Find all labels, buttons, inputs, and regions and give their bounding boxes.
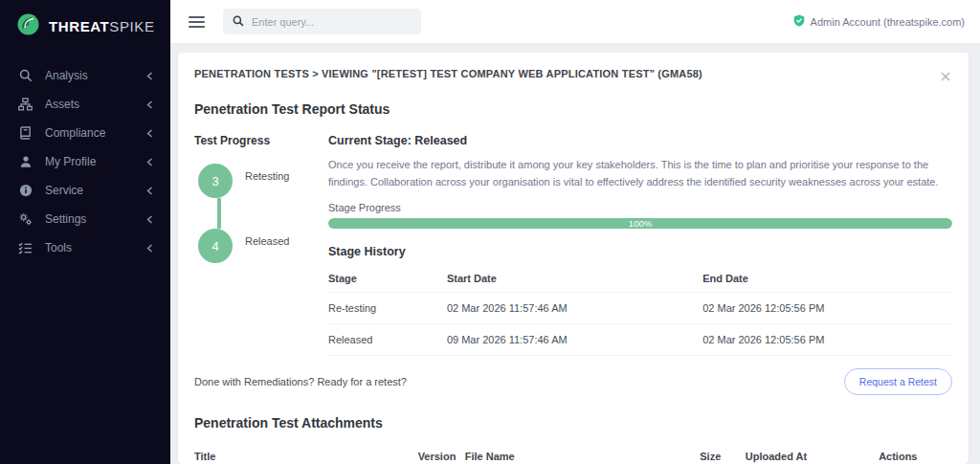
end-date-cell: 02 Mar 2026 12:05:56 PM — [702, 293, 952, 324]
step-circle: 3 — [198, 164, 233, 198]
shield-check-icon — [793, 14, 805, 29]
timeline-connector — [217, 198, 221, 229]
sidebar-item-analysis[interactable]: Analysis — [0, 61, 170, 90]
book-icon — [17, 126, 33, 140]
stage-timeline: 3 Retesting 4 Released — [194, 164, 328, 263]
column-header-actions: Actions — [879, 442, 952, 464]
report-status-card: PENETRATION TESTS > VIEWING "[RETEST] TE… — [178, 53, 969, 464]
chevron-left-icon — [146, 244, 153, 253]
sidebar-item-service[interactable]: Service — [0, 176, 170, 205]
sidebar-item-compliance[interactable]: Compliance — [0, 119, 170, 147]
sidebar-item-assets[interactable]: Assets — [0, 90, 170, 119]
sidebar-item-label: Settings — [45, 212, 86, 226]
current-stage-panel: Current Stage: Released Once you receive… — [328, 134, 952, 356]
search-icon — [17, 69, 33, 82]
chevron-left-icon — [146, 158, 153, 166]
sidebar: THREATSPIKE Analysis Assets Compliance — [0, 0, 170, 464]
chevron-left-icon — [146, 215, 153, 224]
column-header-end-date: End Date — [702, 264, 952, 293]
start-date-cell: 09 Mar 2026 11:57:46 AM — [447, 324, 702, 356]
table-row: Released 09 Mar 2026 11:57:46 AM 02 Mar … — [328, 324, 952, 356]
brand-name: THREATSPIKE — [49, 18, 155, 34]
table-row: Re-testing 02 Mar 2026 11:57:46 AM 02 Ma… — [328, 293, 952, 324]
start-date-cell: 02 Mar 2026 11:57:46 AM — [447, 293, 702, 324]
column-header-stage: Stage — [328, 264, 447, 293]
step-circle: 4 — [198, 229, 233, 263]
brand-logo[interactable]: THREATSPIKE — [0, 0, 170, 52]
step-label: Retesting — [245, 164, 289, 198]
chevron-left-icon — [146, 187, 153, 195]
breadcrumb: PENETRATION TESTS > VIEWING "[RETEST] TE… — [194, 68, 702, 79]
list-check-icon — [17, 242, 33, 254]
sidebar-item-label: Tools — [45, 241, 72, 254]
topbar: Admin Account (threatspike.com) — [170, 0, 980, 43]
retest-question: Done with Remediations? Ready for a rete… — [194, 376, 407, 387]
column-header-uploaded-at: Uploaded At — [746, 442, 879, 464]
stage-progress-label: Stage Progress — [328, 202, 952, 213]
attachments-table: Title Version File Name Size Uploaded At… — [194, 442, 952, 464]
sidebar-item-my-profile[interactable]: My Profile — [0, 147, 170, 176]
sidebar-item-tools[interactable]: Tools — [0, 233, 170, 262]
stage-history-table: Stage Start Date End Date Re-testing 02 … — [328, 264, 952, 356]
column-header-title: Title — [194, 442, 418, 464]
column-header-size: Size — [700, 442, 746, 464]
threatspike-logo-icon — [16, 12, 40, 40]
attachments-title: Penetration Test Attachments — [194, 415, 952, 431]
chevron-left-icon — [146, 72, 153, 80]
page-content: PENETRATION TESTS > VIEWING "[RETEST] TE… — [170, 43, 980, 464]
info-icon — [17, 184, 33, 197]
menu-toggle-icon[interactable] — [187, 12, 207, 32]
account-menu[interactable]: Admin Account (threatspike.com) — [793, 14, 965, 29]
global-search[interactable] — [223, 9, 421, 34]
column-header-file-name: File Name — [465, 442, 701, 464]
stage-history-title: Stage History — [328, 245, 952, 258]
page-title: Penetration Test Report Status — [194, 101, 952, 117]
close-icon[interactable] — [939, 66, 952, 87]
sidebar-item-label: Assets — [45, 98, 79, 111]
chevron-left-icon — [146, 129, 153, 138]
end-date-cell: 02 Mar 2026 12:05:56 PM — [702, 324, 952, 356]
stage-cell: Released — [328, 324, 447, 356]
user-icon — [17, 155, 33, 168]
column-header-start-date: Start Date — [447, 264, 702, 293]
stage-description: Once you receive the report, distribute … — [328, 156, 952, 190]
test-progress-title: Test Progress — [194, 134, 328, 147]
sidebar-item-label: My Profile — [45, 155, 96, 168]
sitemap-icon — [17, 98, 33, 111]
gears-icon — [17, 212, 33, 226]
request-retest-button[interactable]: Request a Retest — [844, 368, 952, 395]
step-label: Released — [245, 229, 289, 263]
sidebar-item-label: Compliance — [45, 126, 105, 140]
sidebar-item-label: Analysis — [45, 69, 88, 82]
test-progress-panel: Test Progress 3 Retesting 4 Released — [194, 134, 328, 356]
stage-cell: Re-testing — [328, 293, 447, 324]
search-icon — [233, 13, 244, 31]
current-stage-title: Current Stage: Released — [328, 134, 952, 147]
stage-progress-value: 100% — [328, 218, 952, 229]
sidebar-nav: Analysis Assets Compliance My Profile — [0, 61, 170, 262]
timeline-step-retesting: 3 Retesting — [198, 164, 328, 198]
sidebar-item-settings[interactable]: Settings — [0, 205, 170, 233]
timeline-step-released: 4 Released — [198, 229, 328, 263]
account-label: Admin Account (threatspike.com) — [811, 16, 965, 28]
sidebar-item-label: Service — [45, 184, 83, 197]
search-input[interactable] — [252, 16, 412, 28]
chevron-left-icon — [146, 100, 153, 109]
stage-progress-bar: 100% — [328, 218, 952, 229]
column-header-version: Version — [418, 442, 465, 464]
